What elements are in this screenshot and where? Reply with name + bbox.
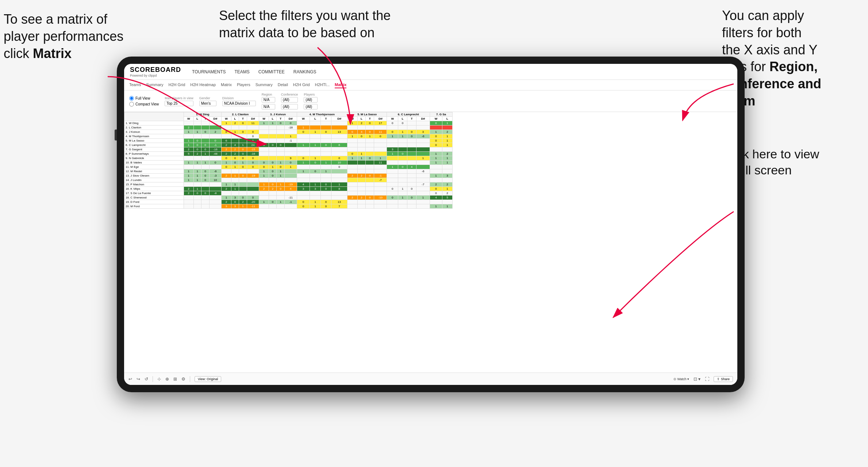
matrix-cell [259, 156, 269, 161]
matrix-cell [442, 178, 452, 182]
matrix-cell: 2 [222, 152, 231, 156]
players-select1[interactable]: (All) [304, 97, 318, 103]
max-players-select[interactable]: Top 25 [165, 101, 193, 106]
subnav-players[interactable]: Players [237, 82, 250, 88]
subnav-summary2[interactable]: Summary [256, 82, 273, 88]
compact-view-radio[interactable]: Compact View [129, 102, 159, 107]
nav-committee[interactable]: COMMITTEE [258, 68, 285, 76]
matrix-cell [430, 126, 442, 130]
matrix-cell: 0 [201, 130, 210, 134]
matrix-cell: 0 [269, 143, 277, 147]
matrix-cell: 1 [184, 169, 193, 174]
subnav-h2h-grid2[interactable]: H2H Grid [293, 82, 310, 88]
matrix-cell: 0 [201, 191, 210, 196]
settings-icon[interactable]: ⚙ [181, 377, 185, 382]
matrix-cell [416, 161, 430, 165]
matrix-cell: 0 [320, 182, 331, 187]
matrix-cell: 1 [284, 134, 297, 139]
table-row: 6. C Lamprecht100-124124300110601 [124, 143, 453, 147]
matrix-cell [366, 143, 374, 147]
nav-rankings[interactable]: RANKINGS [293, 68, 316, 76]
matrix-cell [398, 174, 407, 178]
table-row: 8. P Summerhays521-48220-16011012 [124, 152, 453, 156]
matrix-cell [347, 182, 357, 187]
matrix-cell: 2 [357, 174, 366, 178]
matrix-area[interactable]: 1. W Ding 2. L Clanton 3. J Koivun 4. M … [124, 112, 737, 375]
undo-icon[interactable]: ↩ [128, 377, 132, 382]
layout-icon[interactable]: ⊡ ▾ [694, 377, 700, 382]
matrix-cell [430, 165, 442, 169]
matrix-cell [209, 187, 222, 191]
matrix-cell: 1 [239, 143, 247, 147]
matrix-cell: 0 [387, 130, 398, 134]
matrix-cell [331, 191, 347, 196]
matrix-cell: 1 [277, 174, 285, 178]
division-select[interactable]: NCAA Division I [222, 101, 256, 106]
subnav-summary[interactable]: Summary [146, 82, 163, 88]
player-name-cell: 5. M La Sasso [124, 139, 184, 143]
matrix-cell [416, 165, 430, 169]
matrix-cell [201, 139, 210, 143]
conference-select1[interactable]: (All) [281, 97, 298, 103]
share-button[interactable]: ⇪ Share [714, 376, 733, 382]
redo-icon[interactable]: ↪ [137, 377, 140, 382]
zoom-icon[interactable]: ⊕ [165, 377, 169, 382]
full-view-radio[interactable]: Full View [129, 96, 159, 101]
matrix-cell [357, 147, 366, 152]
matrix-cell [416, 126, 430, 130]
fullscreen-icon[interactable]: ⛶ [705, 377, 709, 382]
matrix-cell: 1 [416, 156, 430, 161]
matrix-cell: 2 [347, 174, 357, 178]
region-select[interactable]: N/A [262, 97, 275, 103]
cursor-icon[interactable]: ⊹ [157, 377, 161, 382]
subnav-matrix-active[interactable]: Matrix [335, 82, 346, 88]
grid-icon[interactable]: ⊞ [173, 377, 177, 382]
matrix-cell [297, 174, 310, 178]
refresh-icon[interactable]: ↺ [145, 377, 148, 382]
matrix-cell: 2 [209, 130, 222, 134]
matrix-cell: 0 [398, 121, 407, 126]
view-original-button[interactable]: View: Original [195, 376, 221, 382]
matrix-cell [284, 147, 297, 152]
region-select2[interactable]: N/A [262, 104, 275, 109]
sub-t5: T [366, 117, 374, 121]
matrix-cell [416, 121, 430, 126]
matrix-cell [269, 126, 277, 130]
matrix-cell: 0 [247, 130, 259, 134]
matrix-cell: 1 [222, 121, 231, 126]
matrix-cell: 0 [297, 156, 310, 161]
watch-button[interactable]: ⊙ Watch ▾ [673, 377, 689, 381]
subnav-h2h-heatmap[interactable]: H2H Heatmap [190, 82, 216, 88]
player-name-cell: 16. K Vilips [124, 187, 184, 191]
subnav-h2h-grid[interactable]: H2H Grid [168, 82, 185, 88]
matrix-cell [320, 121, 331, 126]
matrix-cell: 1 [184, 130, 193, 134]
sub-t: T [201, 117, 210, 121]
matrix-cell: 1 [430, 130, 442, 134]
nav-tournaments[interactable]: TOURNAMENTS [192, 68, 226, 76]
matrix-cell: 3 [442, 174, 452, 178]
subnav-teams[interactable]: Teams [129, 82, 141, 88]
gender-filter: Gender Men's [199, 96, 216, 106]
matrix-cell: -16 [247, 152, 259, 156]
matrix-cell: 1 [320, 161, 331, 165]
matrix-cell: 0 [320, 200, 331, 204]
view-radio-group: Full View Compact View [129, 96, 159, 107]
players-label: Players [304, 93, 318, 96]
players-select2[interactable]: (All) [304, 104, 318, 109]
nav-teams[interactable]: TEAMS [234, 68, 249, 76]
matrix-cell: 13 [331, 130, 347, 134]
subnav-h2htl[interactable]: H2HTl... [315, 82, 330, 88]
col-header-6: 6. C Lamprecht [387, 112, 430, 117]
subnav-matrix[interactable]: Matrix [221, 82, 232, 88]
matrix-cell [310, 178, 320, 182]
matrix-cell [310, 139, 320, 143]
conference-select2[interactable]: (All) [281, 104, 298, 109]
matrix-cell: 1 [259, 182, 269, 187]
scoreboard-header: SCOREBOARD Powered by clippd TOURNAMENTS… [124, 64, 737, 80]
matrix-cell [297, 165, 310, 169]
matrix-cell [193, 196, 201, 200]
gender-select[interactable]: Men's [199, 101, 216, 106]
subnav-detail[interactable]: Detail [278, 82, 288, 88]
matrix-cell [407, 126, 416, 130]
